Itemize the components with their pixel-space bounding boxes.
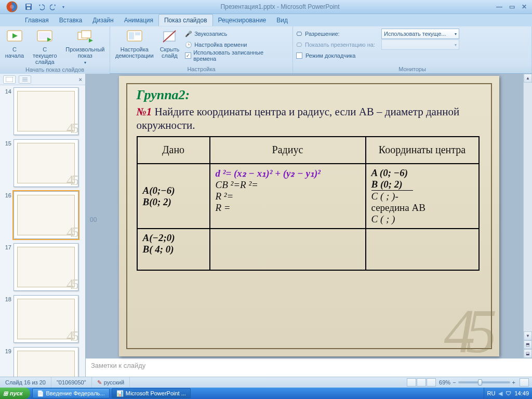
svg-point-1 [10, 5, 14, 9]
group-label-start: Начать показ слайдов [0, 66, 110, 74]
vertical-scrollbar[interactable]: ▲ ▼ ⬒ ⬓ [523, 74, 532, 358]
svg-rect-15 [135, 32, 140, 35]
workspace: × 1445 1545 1645 1745 1845 1945 00 45 Гр… [0, 74, 532, 377]
checkbox-icon: ✓ [185, 52, 191, 59]
tray-icon[interactable]: 🛡 [506, 390, 511, 396]
slide-panel: × 1445 1545 1645 1745 1845 1945 [0, 74, 86, 377]
scroll-up-icon[interactable]: ▲ [524, 74, 532, 83]
windows-icon: ⊞ [3, 390, 8, 397]
taskbar-item[interactable]: 📄Введение Федераль... [32, 388, 110, 398]
record-narration-button[interactable]: 🎤Звукозапись [183, 29, 289, 39]
setup-icon [126, 29, 143, 45]
presenter-view-label: Режим докладчика [305, 52, 355, 59]
tab-animation[interactable]: Анимация [119, 15, 158, 26]
start-button[interactable]: ⊞пуск [0, 388, 30, 399]
minimize-button[interactable]: — [494, 2, 505, 11]
slide-editor[interactable]: 00 45 Группа2: №1 Найдите координаты цен… [86, 74, 532, 358]
show-on-combo[interactable]: ▾ [381, 39, 459, 50]
status-bar: Слайд 16 из 20 "01069050" ✎русский 69% −… [0, 377, 532, 388]
notes-pane[interactable]: Заметки к слайду [86, 358, 532, 377]
outline-tab[interactable] [19, 75, 31, 84]
thumbnail[interactable]: 1945 [2, 347, 85, 377]
thumbnail[interactable]: 1545 [2, 139, 85, 187]
from-beginning-button[interactable]: С начала [3, 28, 26, 59]
slide-table: Дано Радиус Координаты центра A(0;−6) B(… [137, 136, 480, 271]
setup-show-button[interactable]: Настройка демонстрации [113, 28, 156, 59]
chevron-down-icon: ▾ [455, 43, 457, 47]
sorter-view-button[interactable] [417, 378, 426, 387]
hide-slide-button[interactable]: Скрыть слайд [158, 28, 182, 59]
taskbar-item[interactable]: 📊Microsoft PowerPoint ... [112, 388, 191, 398]
language-indicator[interactable]: RU [487, 390, 496, 396]
hide-slide-icon [161, 29, 178, 45]
word-icon: 📄 [37, 390, 44, 397]
system-tray[interactable]: RU ◀ 🛡 14:49 [484, 388, 532, 399]
window-title: Презентация1.pptx - Microsoft PowerPoint [66, 3, 494, 10]
office-button[interactable] [2, 0, 22, 14]
chevron-down-icon: ▾ [455, 32, 457, 36]
resolution-combo[interactable]: Использовать текуще...▾ [381, 29, 459, 39]
thumbnail[interactable]: 1445 [2, 87, 85, 135]
taskbar: ⊞пуск 📄Введение Федераль... 📊Microsoft P… [0, 388, 532, 399]
thumbnail[interactable]: 1745 [2, 243, 85, 291]
group-label-monitors: Мониторы [293, 65, 531, 73]
clock[interactable]: 14:49 [514, 390, 529, 396]
redo-icon[interactable] [48, 1, 59, 12]
thumbnail[interactable]: 1845 [2, 295, 85, 343]
status-theme: "01069050" [51, 377, 92, 388]
slides-tab[interactable] [3, 75, 16, 84]
close-button[interactable]: ✕ [518, 2, 530, 11]
slide-task: №1 Найдите координаты центра и радиус, е… [137, 105, 485, 132]
thumbnail-list[interactable]: 1445 1545 1645 1745 1845 1945 [0, 85, 85, 377]
qat-more-icon[interactable]: ▾ [60, 1, 66, 12]
svg-rect-3 [26, 4, 31, 6]
slideshow-view-button[interactable] [427, 378, 436, 387]
custom-show-button[interactable]: Произвольный показ▾ [64, 28, 107, 66]
panel-close-icon[interactable]: × [79, 76, 82, 83]
svg-marker-12 [89, 38, 93, 43]
monitor-icon: 🖵 [296, 31, 302, 37]
tab-insert[interactable]: Вставка [54, 15, 88, 26]
show-on-label: Показать презентацию на: [305, 42, 375, 48]
rehearse-timings-button[interactable]: 🕒Настройка времени [183, 39, 289, 50]
tab-home[interactable]: Главная [20, 15, 54, 26]
slide-heading: Группа2: [137, 87, 485, 103]
ribbon: С начала С текущего слайда Произвольный … [0, 26, 532, 74]
undo-icon[interactable] [35, 1, 47, 12]
prev-slide-icon[interactable]: ⬒ [524, 340, 532, 349]
monitor-icon: 🖵 [296, 42, 302, 48]
resolution-label: Разрешение: [305, 31, 340, 37]
play-icon [6, 29, 23, 45]
scroll-down-icon[interactable]: ▼ [524, 331, 532, 340]
svg-rect-11 [82, 31, 91, 38]
play-current-icon [36, 29, 53, 45]
normal-view-button[interactable] [407, 378, 416, 387]
slide-canvas[interactable]: 45 Группа2: №1 Найдите координаты центра… [119, 76, 499, 356]
svg-rect-14 [129, 32, 134, 39]
group-label-setup: Настройка [110, 65, 292, 73]
status-language[interactable]: ✎русский [92, 377, 130, 388]
tab-slideshow[interactable]: Показ слайдов [158, 14, 213, 26]
tab-view[interactable]: Вид [271, 15, 293, 26]
tray-icon[interactable]: ◀ [498, 390, 502, 397]
zoom-in-button[interactable]: + [512, 379, 515, 385]
tab-design[interactable]: Дизайн [87, 15, 118, 26]
status-slide: Слайд 16 из 20 [0, 377, 51, 388]
fit-to-window-button[interactable] [520, 378, 529, 387]
svg-rect-18 [6, 77, 13, 82]
title-bar: ▾ Презентация1.pptx - Microsoft PowerPoi… [0, 0, 532, 14]
tab-review[interactable]: Рецензирование [213, 15, 272, 26]
next-slide-icon[interactable]: ⬓ [524, 349, 532, 358]
zoom-slider[interactable] [458, 381, 510, 383]
zoom-out-button[interactable]: − [453, 379, 456, 385]
presenter-view-checkbox[interactable] [296, 52, 302, 59]
ruler-mark: 00 [90, 216, 97, 223]
use-timings-checkbox[interactable]: ✓Использовать записанные времена [183, 50, 289, 61]
thumbnail[interactable]: 1645 [2, 191, 85, 239]
spellcheck-icon: ✎ [97, 379, 102, 386]
powerpoint-icon: 📊 [116, 390, 124, 397]
save-icon[interactable] [23, 1, 34, 12]
from-current-button[interactable]: С текущего слайда [28, 28, 62, 65]
zoom-level[interactable]: 69% [439, 379, 450, 385]
restore-button[interactable]: ▭ [506, 2, 517, 11]
